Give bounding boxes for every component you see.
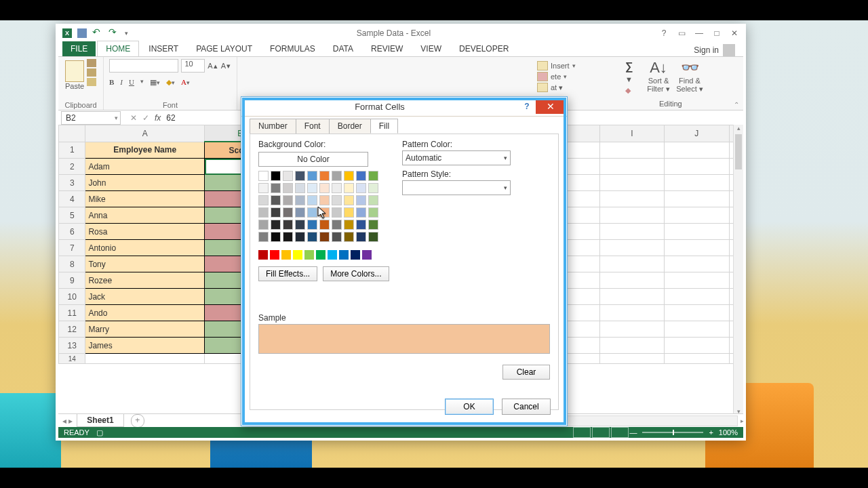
column-header-I[interactable]: I — [599, 125, 664, 142]
row-header-1[interactable]: 1 — [59, 142, 85, 159]
cell-A7[interactable]: Antonio — [85, 240, 205, 256]
formula-bar[interactable]: 62 — [166, 113, 175, 123]
new-sheet-button[interactable]: + — [131, 414, 144, 428]
color-swatch[interactable] — [271, 195, 281, 205]
standard-color-swatch[interactable] — [339, 250, 349, 260]
color-swatch[interactable] — [332, 207, 342, 218]
page-layout-view-icon[interactable] — [592, 427, 610, 438]
color-swatch[interactable] — [356, 171, 366, 181]
enter-formula-icon[interactable]: ✓ — [142, 113, 149, 123]
dialog-tab-border[interactable]: Border — [329, 119, 371, 134]
tab-developer[interactable]: DEVELOPER — [451, 41, 517, 56]
color-swatch[interactable] — [258, 195, 269, 205]
fill-down-icon[interactable]: ▼ — [625, 75, 643, 83]
row-header-3[interactable]: 3 — [59, 175, 85, 191]
ok-button[interactable]: OK — [445, 399, 494, 415]
paste-icon[interactable] — [65, 60, 84, 82]
color-swatch[interactable] — [283, 232, 293, 242]
font-color-button[interactable]: A▾ — [181, 78, 190, 87]
cut-icon[interactable] — [87, 59, 96, 67]
color-swatch[interactable] — [344, 220, 354, 230]
color-swatch[interactable] — [368, 207, 378, 218]
row-header-11[interactable]: 11 — [59, 305, 85, 321]
color-swatch[interactable] — [319, 220, 330, 230]
close-window-icon[interactable]: ✕ — [730, 28, 739, 38]
save-icon[interactable] — [77, 28, 87, 38]
color-swatch[interactable] — [295, 171, 305, 181]
row-header-8[interactable]: 8 — [59, 256, 85, 272]
tab-view[interactable]: VIEW — [412, 41, 450, 56]
more-colors-button[interactable]: More Colors... — [323, 266, 389, 281]
color-swatch[interactable] — [258, 171, 269, 181]
dialog-title-bar[interactable]: Format Cells ? ✕ — [241, 97, 567, 117]
color-swatch[interactable] — [283, 183, 293, 193]
color-swatch[interactable] — [283, 171, 293, 181]
pattern-color-select[interactable]: Automatic▾ — [402, 150, 511, 165]
color-swatch[interactable] — [258, 207, 269, 218]
ribbon-display-icon[interactable]: ▭ — [677, 28, 686, 38]
color-swatch[interactable] — [356, 220, 366, 230]
row-header-9[interactable]: 9 — [59, 272, 85, 289]
color-swatch[interactable] — [344, 183, 354, 193]
vertical-scrollbar[interactable]: ▴▾ — [733, 125, 743, 418]
underline-button[interactable]: U — [129, 78, 134, 87]
color-swatch[interactable] — [368, 220, 378, 230]
color-swatch[interactable] — [271, 171, 281, 181]
shrink-font-icon[interactable]: A▾ — [221, 62, 231, 70]
row-header-4[interactable]: 4 — [59, 191, 85, 207]
no-color-button[interactable]: No Color — [258, 152, 368, 167]
color-swatch[interactable] — [319, 232, 330, 242]
normal-view-icon[interactable] — [573, 427, 591, 438]
bold-button[interactable]: B — [109, 78, 114, 87]
standard-color-swatch[interactable] — [304, 250, 314, 260]
tab-home[interactable]: HOME — [97, 41, 139, 56]
cell-A12[interactable]: Marry — [85, 321, 205, 338]
color-swatch[interactable] — [332, 195, 342, 205]
dialog-tab-font[interactable]: Font — [296, 119, 330, 134]
tab-data[interactable]: DATA — [325, 41, 361, 56]
color-swatch[interactable] — [258, 183, 269, 193]
row-header-6[interactable]: 6 — [59, 224, 85, 240]
cell-A3[interactable]: John — [85, 175, 205, 191]
zoom-slider[interactable] — [642, 432, 703, 433]
autosum-icon[interactable]: ∑ — [625, 60, 643, 73]
dialog-help-icon[interactable]: ? — [518, 102, 536, 111]
row-header-2[interactable]: 2 — [59, 159, 85, 175]
tab-insert[interactable]: INSERT — [140, 41, 186, 56]
cell-A5[interactable]: Anna — [85, 207, 205, 224]
color-swatch[interactable] — [356, 183, 366, 193]
color-swatch[interactable] — [368, 232, 378, 242]
dialog-close-icon[interactable]: ✕ — [536, 99, 566, 114]
cancel-button[interactable]: Cancel — [502, 399, 551, 415]
row-header-13[interactable]: 13 — [59, 338, 85, 354]
row-header-10[interactable]: 10 — [59, 289, 85, 305]
cell-A11[interactable]: Ando — [85, 305, 205, 321]
grow-font-icon[interactable]: A▴ — [208, 62, 218, 70]
sheet-nav-prev[interactable]: ◂ ▸ — [58, 416, 77, 426]
color-swatch[interactable] — [283, 207, 293, 218]
standard-color-swatch[interactable] — [293, 250, 302, 260]
row-header-7[interactable]: 7 — [59, 240, 85, 256]
zoom-in-icon[interactable]: + — [709, 428, 713, 436]
color-swatch[interactable] — [344, 232, 354, 242]
macro-record-icon[interactable]: ▢ — [96, 428, 103, 437]
color-swatch[interactable] — [271, 183, 281, 193]
minimize-icon[interactable]: — — [694, 28, 704, 38]
tab-formulas[interactable]: FORMULAS — [262, 41, 323, 56]
row-header-12[interactable]: 12 — [59, 321, 85, 338]
cell-A13[interactable]: James — [85, 338, 205, 354]
font-size-select[interactable]: 10 — [181, 59, 205, 73]
fill-effects-button[interactable]: Fill Effects... — [258, 266, 317, 281]
row-header-14[interactable]: 14 — [59, 354, 85, 364]
color-swatch[interactable] — [319, 171, 330, 181]
italic-button[interactable]: I — [120, 78, 123, 87]
cell-A1[interactable]: Employee Name — [85, 142, 205, 159]
color-swatch[interactable] — [332, 183, 342, 193]
dialog-tab-fill[interactable]: Fill — [370, 119, 398, 134]
redo-icon[interactable] — [108, 28, 119, 38]
color-swatch[interactable] — [368, 195, 378, 205]
cell-A4[interactable]: Mike — [85, 191, 205, 207]
color-swatch[interactable] — [344, 171, 354, 181]
color-swatch[interactable] — [258, 232, 269, 242]
standard-color-swatch[interactable] — [316, 250, 326, 260]
